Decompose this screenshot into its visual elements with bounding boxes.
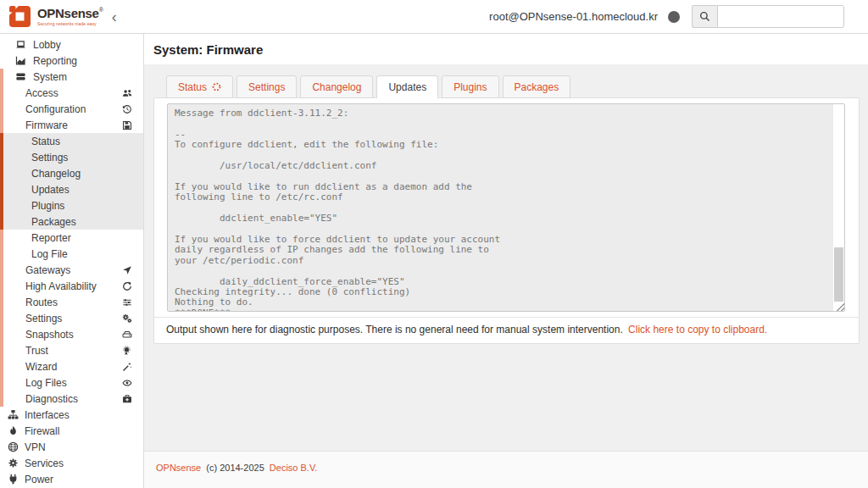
sidebar-item-label: Wizard: [25, 361, 57, 373]
console-resize-handle[interactable]: [835, 302, 844, 311]
sidebar-item-label: Configuration: [25, 103, 86, 115]
page-title: System: Firmware: [144, 34, 868, 64]
opnsense-logo-icon: [8, 5, 31, 28]
opnsense-logo[interactable]: OPNsense® Securing networks made easy: [0, 5, 103, 28]
sidebar-item-label: Firmware: [25, 119, 68, 131]
tab-packages[interactable]: Packages: [503, 75, 571, 98]
search-input[interactable]: [717, 5, 844, 28]
refresh-icon: [122, 281, 143, 291]
sidebar-item-vpn[interactable]: VPN: [0, 439, 143, 455]
fire-icon: [8, 425, 19, 436]
sidebar-item-firmware[interactable]: Firmware: [0, 117, 143, 133]
logo-registered-mark: ®: [99, 7, 103, 13]
sidebar-item-reporting[interactable]: Reporting: [0, 53, 143, 69]
tab-status[interactable]: Status: [166, 75, 233, 98]
sidebar-item-label: Gateways: [25, 264, 70, 276]
sidebar-item-label: Reporter: [31, 232, 71, 244]
sidebar-item-firewall[interactable]: Firewall: [0, 423, 143, 439]
console-wrap: Message from ddclient-3.11.2_2: -- To co…: [167, 103, 845, 312]
tab-plugins[interactable]: Plugins: [442, 75, 498, 98]
sidebar-item-settings[interactable]: Settings: [0, 149, 143, 165]
sidebar-item-label: Services: [25, 458, 64, 469]
sidebar-item-wizard[interactable]: Wizard: [0, 358, 143, 374]
sidebar-item-status[interactable]: Status: [0, 133, 143, 149]
sliders-icon: [122, 297, 143, 308]
tab-label: Settings: [248, 81, 285, 93]
search-box: [692, 5, 844, 28]
footer-deciso-link[interactable]: Deciso B.V.: [270, 463, 317, 473]
sidebar-item-trust[interactable]: Trust: [0, 342, 143, 358]
eye-icon: [122, 378, 143, 388]
sidebar-item-settings[interactable]: Settings: [0, 310, 143, 326]
sidebar-item-interfaces[interactable]: Interfaces: [0, 407, 143, 423]
sidebar-item-packages[interactable]: Packages: [0, 214, 143, 230]
tab-changelog[interactable]: Changelog: [300, 75, 373, 98]
sidebar-item-power[interactable]: Power: [0, 471, 143, 487]
firmware-console-output[interactable]: Message from ddclient-3.11.2_2: -- To co…: [167, 103, 845, 312]
sidebar-item-log-files[interactable]: Log Files: [0, 374, 143, 391]
sidebar-item-label: Reporting: [33, 55, 77, 67]
sidebar-item-label: Status: [31, 136, 60, 147]
sidebar-item-services[interactable]: Services: [0, 455, 143, 471]
sidebar-item-label: Log File: [31, 248, 68, 260]
footer-opnsense-link[interactable]: OPNsense: [156, 463, 201, 473]
sidebar-item-log-file[interactable]: Log File: [0, 246, 143, 262]
sidebar-item-label: Power: [25, 474, 53, 485]
sidebar-item-gateways[interactable]: Gateways: [0, 262, 143, 278]
sidebar-item-label: Plugins: [31, 200, 64, 212]
tab-label: Plugins: [453, 81, 487, 93]
logged-in-user: root@OPNsense-01.homecloud.kr: [489, 10, 658, 23]
firmware-tabs: StatusSettingsChangelogUpdatesPluginsPac…: [153, 75, 860, 98]
sidebar-item-reporter[interactable]: Reporter: [0, 230, 143, 246]
sidebar-item-label: Trust: [25, 345, 48, 357]
sidebar-item-routes[interactable]: Routes: [0, 294, 143, 310]
search-icon: [692, 5, 717, 28]
sidebar-item-updates[interactable]: Updates: [0, 181, 143, 197]
sidebar-item-changelog[interactable]: Changelog: [0, 165, 143, 181]
console-scrollbar-track: [833, 104, 844, 311]
sidebar-item-label: Firewall: [25, 425, 59, 437]
sidebar-item-label: Settings: [25, 313, 62, 324]
sidebar-item-label: High Availability: [25, 280, 97, 292]
tab-label: Updates: [388, 81, 426, 93]
tab-content-panel: Message from ddclient-3.11.2_2: -- To co…: [153, 97, 860, 344]
sidebar-item-access[interactable]: Access: [0, 85, 143, 101]
copy-to-clipboard-link[interactable]: Click here to copy to clipboard.: [628, 324, 767, 336]
opnsense-app: OPNsense® Securing networks made easy ‹ …: [0, 0, 868, 488]
content-area: StatusSettingsChangelogUpdatesPluginsPac…: [144, 64, 868, 451]
sidebar-item-configuration[interactable]: Configuration: [0, 101, 143, 117]
sidebar-item-diagnostics[interactable]: Diagnostics: [0, 391, 143, 407]
sidebar-item-label: Updates: [31, 184, 70, 196]
diagnostic-note: Output shown here for diagnostic purpose…: [154, 317, 859, 343]
sidebar-item-label: System: [33, 71, 67, 83]
history-icon: [122, 104, 143, 114]
sidebar-item-system[interactable]: System: [0, 69, 143, 85]
header-right: root@OPNsense-01.homecloud.kr: [489, 5, 868, 28]
sidebar-item-snapshots[interactable]: Snapshots: [0, 326, 143, 342]
sidebar-item-label: Diagnostics: [25, 393, 78, 405]
certificate-icon: [122, 346, 143, 356]
top-header: OPNsense® Securing networks made easy ‹ …: [0, 0, 868, 34]
sidebar-nav: LobbyReportingSystemAccessConfigurationF…: [0, 34, 144, 488]
sidebar-item-lobby[interactable]: Lobby: [0, 36, 143, 53]
plug-icon: [8, 474, 19, 485]
logo-tagline: Securing networks made easy: [37, 22, 103, 26]
tab-updates[interactable]: Updates: [376, 75, 438, 98]
server-icon: [15, 71, 27, 82]
sidebar-item-plugins[interactable]: Plugins: [0, 197, 143, 214]
sidebar-item-label: Access: [25, 87, 58, 99]
console-scrollbar-thumb[interactable]: [834, 247, 843, 302]
sidebar-item-label: Changelog: [31, 168, 81, 180]
sidebar-item-label: VPN: [25, 441, 46, 453]
sidebar-item-label: Log Files: [25, 377, 67, 389]
sidebar-item-label: Settings: [31, 152, 68, 164]
hdd-icon: [122, 330, 143, 340]
sidebar-collapse-chevron-left-icon[interactable]: ‹: [112, 9, 117, 25]
logo-name: OPNsense: [37, 6, 99, 20]
page-footer: OPNsense (c) 2014-2025 Deciso B.V.: [144, 451, 868, 488]
tab-settings[interactable]: Settings: [236, 75, 297, 98]
sidebar-item-label: Routes: [25, 297, 58, 308]
sidebar-item-high-availability[interactable]: High Availability: [0, 278, 143, 294]
main-area: System: Firmware StatusSettingsChangelog…: [144, 34, 868, 488]
sitemap-icon: [8, 409, 19, 420]
